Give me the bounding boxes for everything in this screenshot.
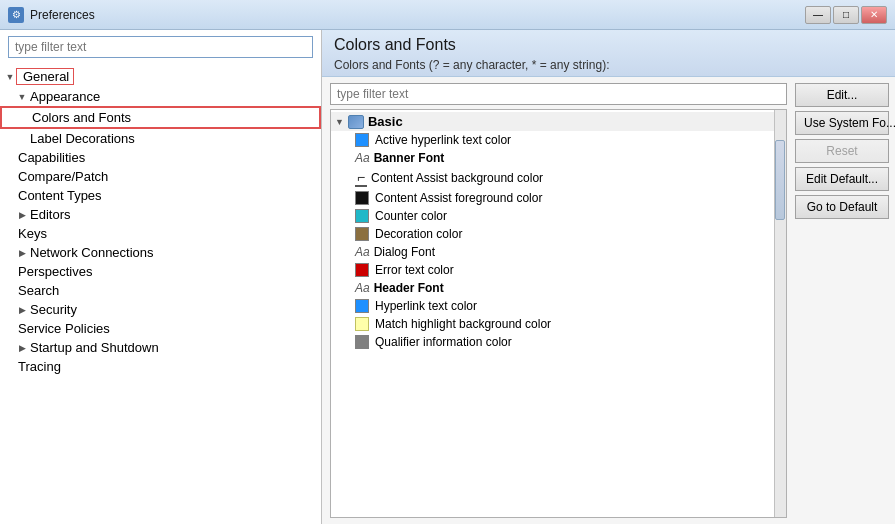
- window-controls: — □ ✕: [805, 6, 887, 24]
- group-label: Basic: [368, 114, 403, 129]
- appearance-label: Appearance: [30, 89, 100, 104]
- color-item-label: Content Assist background color: [371, 171, 543, 185]
- color-group-basic[interactable]: ▼ Basic: [331, 112, 774, 131]
- minimize-button[interactable]: —: [805, 6, 831, 24]
- color-swatch: [355, 317, 369, 331]
- use-system-font-button[interactable]: Use System Fo...: [795, 111, 889, 135]
- list-item[interactable]: Aa Header Font: [331, 279, 774, 297]
- color-swatch: [355, 299, 369, 313]
- color-item-label: Active hyperlink text color: [375, 133, 511, 147]
- chevron-right-icon: ▶: [16, 342, 28, 354]
- network-connections-label: Network Connections: [30, 245, 154, 260]
- tree-item-network-connections[interactable]: ▶ Network Connections: [0, 243, 321, 262]
- content-assist-icon: ⌐: [355, 169, 367, 187]
- list-item[interactable]: Active hyperlink text color: [331, 131, 774, 149]
- color-list-container: ▼ Basic Active hyperlink text color Aa: [330, 109, 787, 518]
- general-label: General: [23, 69, 69, 84]
- tree-item-compare-patch[interactable]: Compare/Patch: [0, 167, 321, 186]
- right-filter-input[interactable]: [330, 83, 787, 105]
- color-item-label: Dialog Font: [374, 245, 435, 259]
- page-title: Colors and Fonts: [334, 36, 883, 54]
- color-swatch: [355, 335, 369, 349]
- tree-item-service-policies[interactable]: Service Policies: [0, 319, 321, 338]
- colors-fonts-label: Colors and Fonts: [32, 110, 131, 125]
- color-swatch: [355, 263, 369, 277]
- color-swatch: [355, 209, 369, 223]
- keys-label: Keys: [18, 226, 47, 241]
- compare-patch-label: Compare/Patch: [18, 169, 108, 184]
- list-item[interactable]: Error text color: [331, 261, 774, 279]
- color-swatch: [355, 191, 369, 205]
- list-item[interactable]: Hyperlink text color: [331, 297, 774, 315]
- tree-item-content-types[interactable]: Content Types: [0, 186, 321, 205]
- page-subtitle: Colors and Fonts (? = any character, * =…: [334, 58, 883, 72]
- filter-and-list: ▼ Basic Active hyperlink text color Aa: [322, 77, 795, 524]
- list-item[interactable]: Counter color: [331, 207, 774, 225]
- edit-button[interactable]: Edit...: [795, 83, 889, 107]
- app-icon: ⚙: [8, 7, 24, 23]
- font-prefix-icon: Aa: [355, 281, 370, 295]
- tree-item-general[interactable]: ▼ General: [0, 66, 321, 87]
- capabilities-label: Capabilities: [18, 150, 85, 165]
- list-item[interactable]: Match highlight background color: [331, 315, 774, 333]
- reset-button[interactable]: Reset: [795, 139, 889, 163]
- label-decorations-label: Label Decorations: [30, 131, 135, 146]
- window-title: Preferences: [30, 8, 805, 22]
- color-item-label: Counter color: [375, 209, 447, 223]
- scrollbar-track[interactable]: [775, 110, 786, 517]
- go-to-default-button[interactable]: Go to Default: [795, 195, 889, 219]
- color-item-label: Error text color: [375, 263, 454, 277]
- tree-item-search[interactable]: Search: [0, 281, 321, 300]
- color-list: ▼ Basic Active hyperlink text color Aa: [331, 110, 774, 517]
- tree-item-startup-shutdown[interactable]: ▶ Startup and Shutdown: [0, 338, 321, 357]
- editors-label: Editors: [30, 207, 70, 222]
- right-buttons: Edit... Use System Fo... Reset Edit Defa…: [795, 77, 895, 524]
- color-item-label: Banner Font: [374, 151, 445, 165]
- tree-item-keys[interactable]: Keys: [0, 224, 321, 243]
- chevron-down-icon: ▼: [4, 71, 16, 83]
- left-search-input[interactable]: [8, 36, 313, 58]
- group-icon: [348, 115, 364, 129]
- tracing-label: Tracing: [18, 359, 61, 374]
- list-item[interactable]: Qualifier information color: [331, 333, 774, 351]
- titlebar: ⚙ Preferences — □ ✕: [0, 0, 895, 30]
- tree-item-editors[interactable]: ▶ Editors: [0, 205, 321, 224]
- tree-item-label-decorations[interactable]: Label Decorations: [0, 129, 321, 148]
- chevron-down-icon: ▼: [335, 117, 344, 127]
- tree-item-colors-fonts[interactable]: Colors and Fonts: [0, 106, 321, 129]
- content-types-label: Content Types: [18, 188, 102, 203]
- restore-button[interactable]: □: [833, 6, 859, 24]
- tree-item-security[interactable]: ▶ Security: [0, 300, 321, 319]
- right-body: ▼ Basic Active hyperlink text color Aa: [322, 77, 895, 524]
- list-item[interactable]: Aa Dialog Font: [331, 243, 774, 261]
- tree-item-capabilities[interactable]: Capabilities: [0, 148, 321, 167]
- list-item[interactable]: Aa Banner Font: [331, 149, 774, 167]
- color-item-label: Qualifier information color: [375, 335, 512, 349]
- service-policies-label: Service Policies: [18, 321, 110, 336]
- scrollbar-thumb[interactable]: [775, 140, 785, 220]
- startup-shutdown-label: Startup and Shutdown: [30, 340, 159, 355]
- chevron-down-icon: ▼: [16, 91, 28, 103]
- color-item-label: Decoration color: [375, 227, 462, 241]
- main-container: ▼ General ▼ Appearance Colors and Fonts …: [0, 30, 895, 524]
- security-label: Security: [30, 302, 77, 317]
- color-item-label: Hyperlink text color: [375, 299, 477, 313]
- tree-item-perspectives[interactable]: Perspectives: [0, 262, 321, 281]
- edit-default-button[interactable]: Edit Default...: [795, 167, 889, 191]
- close-button[interactable]: ✕: [861, 6, 887, 24]
- font-prefix-icon: Aa: [355, 245, 370, 259]
- color-item-label: Content Assist foreground color: [375, 191, 542, 205]
- list-item[interactable]: ⌐ Content Assist background color: [331, 167, 774, 189]
- chevron-right-icon: ▶: [16, 304, 28, 316]
- font-prefix-icon: Aa: [355, 151, 370, 165]
- list-item[interactable]: Decoration color: [331, 225, 774, 243]
- scrollbar[interactable]: [774, 110, 786, 517]
- color-item-label: Match highlight background color: [375, 317, 551, 331]
- chevron-right-icon: ▶: [16, 247, 28, 259]
- list-item[interactable]: Content Assist foreground color: [331, 189, 774, 207]
- tree-item-appearance[interactable]: ▼ Appearance: [0, 87, 321, 106]
- color-swatch: [355, 133, 369, 147]
- search-label: Search: [18, 283, 59, 298]
- tree-container: ▼ General ▼ Appearance Colors and Fonts …: [0, 64, 321, 524]
- tree-item-tracing[interactable]: Tracing: [0, 357, 321, 376]
